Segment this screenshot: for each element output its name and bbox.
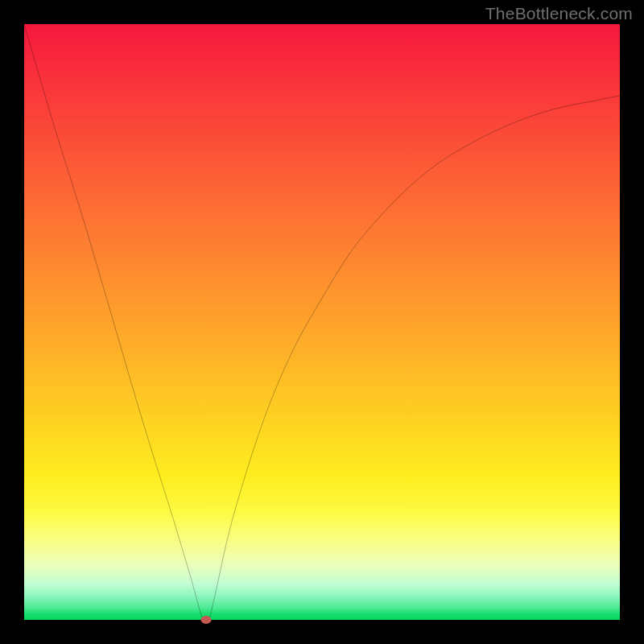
minimum-marker: [200, 616, 211, 624]
attribution-text: TheBottleneck.com: [485, 4, 633, 23]
chart-frame: TheBottleneck.com: [0, 0, 644, 644]
bottleneck-curve: [24, 24, 620, 620]
plot-area: [24, 24, 620, 620]
